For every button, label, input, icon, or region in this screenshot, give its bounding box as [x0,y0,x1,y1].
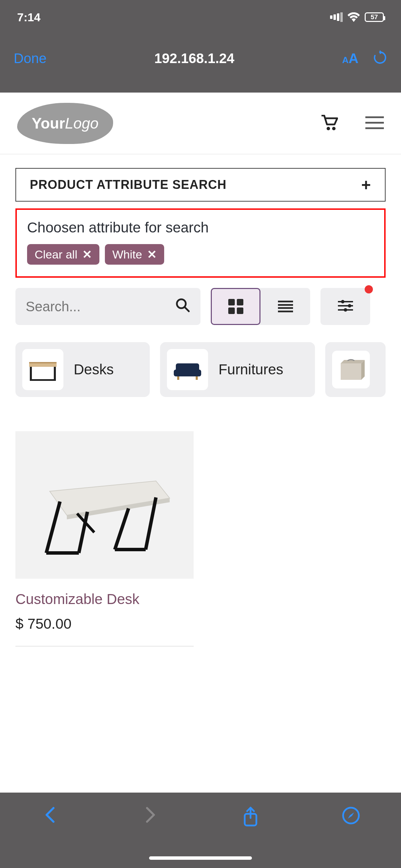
chosen-attributes-panel: Choosen attribute for search Clear all ✕… [15,208,386,278]
list-icon [278,301,293,312]
back-button[interactable] [36,806,64,823]
svg-line-25 [46,502,60,553]
product-title[interactable]: Customizable Desk [15,591,194,607]
view-mode-group [211,288,310,325]
reload-button[interactable] [372,50,387,67]
header-icons [321,115,384,132]
chosen-chips: Clear all ✕ White ✕ [27,244,374,265]
svg-point-0 [327,127,330,130]
page-content: PRODUCT ATTRIBUTE SEARCH + Choosen attri… [0,154,401,647]
category-label: Desks [74,361,114,378]
cart-icon[interactable] [321,115,338,132]
svg-point-10 [348,304,351,308]
url-display[interactable]: 192.168.1.24 [154,51,234,66]
category-thumb [332,351,370,388]
search-input[interactable] [26,299,156,314]
category-row: Desks Furnitures [15,342,386,397]
battery-level: 57 [365,12,384,22]
svg-line-6 [185,307,189,311]
svg-rect-15 [30,367,32,381]
browser-right-controls: AA [342,50,387,67]
svg-point-1 [332,127,336,130]
chip-label: White [112,248,142,261]
logo-text-logo: Logo [65,115,99,132]
svg-rect-19 [174,370,201,376]
status-right-cluster: 57 [329,12,384,22]
product-price: $ 750.00 [15,616,194,632]
svg-rect-16 [54,367,56,381]
search-and-view-row [15,288,386,325]
forward-button [137,806,164,823]
search-box[interactable] [15,288,200,325]
svg-rect-22 [341,363,361,380]
search-icon[interactable] [175,298,190,316]
svg-rect-21 [196,376,198,380]
svg-marker-35 [348,812,354,819]
attribute-search-label: PRODUCT ATTRIBUTE SEARCH [30,178,227,192]
wifi-icon [348,12,360,22]
filter-button[interactable] [320,288,370,325]
close-icon: ✕ [82,248,92,261]
svg-rect-17 [30,379,56,381]
svg-rect-14 [29,362,57,363]
category-label: Furnitures [218,361,283,378]
svg-line-30 [115,508,129,550]
clear-all-chip[interactable]: Clear all ✕ [27,244,99,265]
done-button[interactable]: Done [14,51,47,66]
attribute-search-toggle[interactable]: PRODUCT ATTRIBUTE SEARCH + [15,168,386,202]
grid-view-button[interactable] [211,288,260,325]
logo-text-your: Your [32,115,65,132]
ios-status-bar: 7:14 57 [0,0,401,34]
site-logo[interactable]: YourLogo [17,103,113,144]
cellular-signal-icon [329,12,343,22]
product-image [15,431,194,579]
svg-point-12 [344,308,347,312]
hamburger-menu-icon[interactable] [365,116,384,131]
category-thumb [167,349,208,390]
close-icon: ✕ [147,248,157,261]
chip-label: Clear all [35,248,77,261]
attribute-chip-white[interactable]: White ✕ [105,244,164,265]
grid-icon [228,299,243,314]
filter-active-indicator-icon [365,285,373,293]
plus-icon: + [361,176,371,194]
svg-point-8 [341,300,344,303]
product-card[interactable]: Customizable Desk $ 750.00 [15,431,194,647]
browser-top-bar: Done 192.168.1.24 AA [0,34,401,93]
text-size-button[interactable]: AA [342,51,359,66]
category-partial[interactable] [325,342,386,397]
list-view-button[interactable] [260,288,310,325]
svg-rect-20 [177,376,179,380]
browser-bottom-bar [0,793,401,868]
sliders-icon [338,299,353,314]
battery-icon: 57 [365,12,384,22]
chosen-attributes-title: Choosen attribute for search [27,219,374,236]
home-indicator[interactable] [149,856,252,860]
site-header: YourLogo [0,93,401,154]
safari-button[interactable] [337,806,365,825]
category-thumb [22,349,63,390]
share-button[interactable] [237,806,264,827]
divider [15,646,194,647]
category-desks[interactable]: Desks [15,342,150,397]
category-furnitures[interactable]: Furnitures [160,342,315,397]
status-time: 7:14 [17,11,40,24]
